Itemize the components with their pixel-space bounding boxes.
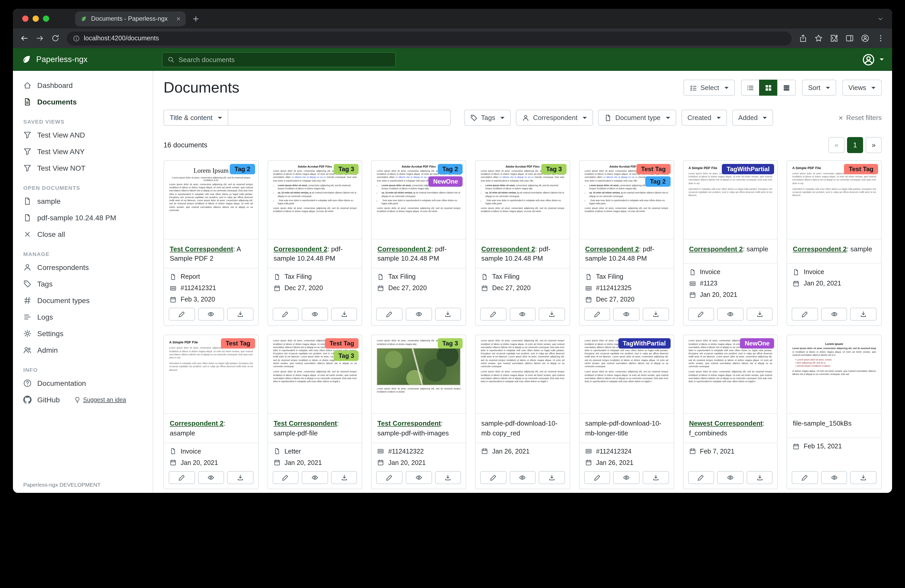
document-card[interactable]: Tag 3Adobe Acrobat PDF FilesLorem ipsum … [475, 160, 570, 326]
browser-tab[interactable]: Documents - Paperless-ngx × [75, 11, 186, 26]
sort-button[interactable]: Sort [802, 80, 836, 96]
sidebar-item-correspondents[interactable]: Correspondents [13, 259, 152, 276]
edit-document-button[interactable] [376, 308, 403, 321]
download-document-button[interactable] [435, 471, 461, 484]
edit-document-button[interactable] [169, 308, 195, 321]
edit-document-button[interactable] [584, 308, 610, 321]
document-card[interactable]: Test TagA Simple PDF FileLorem ipsum dol… [787, 160, 882, 326]
document-thumbnail[interactable]: Lorem ipsum dolor sit amet, consectetur … [476, 335, 570, 414]
edit-document-button[interactable] [376, 471, 403, 484]
tag-badge[interactable]: TagWithPartial [722, 164, 774, 174]
document-thumbnail[interactable]: Tag 3Adobe Acrobat PDF FilesLorem ipsum … [268, 161, 362, 239]
view-document-button[interactable] [717, 308, 743, 321]
tag-badge[interactable]: Tag 2 [645, 176, 670, 187]
global-search[interactable] [162, 52, 396, 67]
sidebar-item-github[interactable]: GitHubSuggest an idea [13, 391, 152, 408]
filter-correspondent-button[interactable]: Correspondent [516, 109, 593, 126]
document-card[interactable]: Test TagA Simple PDF FileLorem ipsum dol… [164, 335, 259, 489]
download-document-button[interactable] [539, 471, 565, 484]
sidebar-item-settings[interactable]: Settings [13, 325, 152, 342]
sidebar-item-tags[interactable]: Tags [13, 276, 152, 292]
document-thumbnail[interactable]: Tag 3Adobe Acrobat PDF FilesLorem ipsum … [476, 161, 570, 239]
edit-document-button[interactable] [792, 471, 818, 484]
correspondent-link[interactable]: Test Correspondent [273, 420, 337, 428]
edit-document-button[interactable] [792, 308, 818, 321]
document-thumbnail[interactable]: Test TagTag 2Adobe Acrobat PDF FilesLore… [580, 161, 673, 239]
close-window-button[interactable] [22, 16, 29, 22]
document-card[interactable]: NewOneLorem ipsum dolor sit amet, consec… [683, 335, 778, 489]
edit-document-button[interactable] [688, 308, 714, 321]
reset-filters-button[interactable]: × Reset filters [838, 114, 882, 122]
edit-document-button[interactable] [688, 471, 714, 484]
download-document-button[interactable] [746, 471, 773, 484]
document-thumbnail[interactable]: Tag 2NewOneAdobe Acrobat PDF FilesLorem … [372, 161, 466, 239]
search-input[interactable] [178, 55, 390, 63]
download-document-button[interactable] [643, 308, 669, 321]
correspondent-link[interactable]: Correspondent 2 [585, 245, 639, 253]
correspondent-link[interactable]: Newest Correspondent [689, 420, 763, 428]
document-thumbnail[interactable]: Tag 2Lorem Ipsum"Lorem ipsum dolor sit a… [164, 161, 258, 239]
filter-field-selector[interactable]: Title & content [164, 109, 228, 126]
document-thumbnail[interactable]: Test TagA Simple PDF FileLorem ipsum dol… [164, 335, 258, 414]
tag-badge[interactable]: Tag 2 [438, 164, 463, 174]
sidebar-item-documentation[interactable]: Documentation [13, 375, 152, 391]
document-card[interactable]: Test TagTag 3Lorem ipsum dolor sit amet,… [267, 335, 362, 489]
edit-document-button[interactable] [272, 471, 298, 484]
correspondent-link[interactable]: Test Correspondent [378, 420, 441, 428]
sidebar-item-logs[interactable]: Logs [13, 309, 152, 325]
app-logo[interactable]: Paperless-ngx [21, 54, 87, 65]
tag-badge[interactable]: Test Tag [844, 164, 878, 174]
forward-button[interactable] [36, 34, 44, 43]
correspondent-link[interactable]: Correspondent 2 [793, 245, 847, 253]
sidebar-item-admin[interactable]: Admin [13, 342, 152, 358]
sidebar-item-sample[interactable]: sample [13, 193, 152, 209]
document-card[interactable]: Tag 3Adobe Acrobat PDF FilesLorem ipsum … [267, 160, 362, 326]
correspondent-link[interactable]: Correspondent 2 [481, 245, 535, 253]
filter-document-type-button[interactable]: Document type [598, 109, 676, 126]
tag-badge[interactable]: Tag 3 [334, 164, 359, 174]
correspondent-link[interactable]: Test Correspondent [170, 245, 233, 253]
document-card[interactable]: TagWithPartialA Simple PDF FileLorem ips… [683, 160, 778, 326]
tag-badge[interactable]: Test Tag [637, 164, 670, 174]
site-info-icon[interactable] [73, 35, 80, 42]
tag-badge[interactable]: Test Tag [325, 339, 359, 349]
download-document-button[interactable] [435, 308, 461, 321]
pagination-page-button[interactable]: 1 [847, 137, 863, 153]
correspondent-link[interactable]: Correspondent 2 [378, 245, 431, 253]
minimize-window-button[interactable] [33, 16, 39, 22]
filter-tags-button[interactable]: Tags [464, 109, 511, 126]
document-thumbnail[interactable]: Tag 3Lorem ipsum dolor sit amet, consect… [372, 335, 466, 414]
download-document-button[interactable] [227, 471, 253, 484]
tag-badge[interactable]: Tag 3 [438, 339, 463, 349]
address-bar[interactable]: localhost:4200/documents [67, 31, 792, 45]
select-button[interactable]: Select [683, 80, 735, 96]
filter-added-button[interactable]: Added [732, 109, 773, 126]
download-document-button[interactable] [331, 308, 357, 321]
edit-document-button[interactable] [584, 471, 610, 484]
edit-document-button[interactable] [480, 471, 506, 484]
tag-badge[interactable]: Tag 3 [334, 351, 359, 361]
document-card[interactable]: Tag 3Lorem ipsum dolor sit amet, consect… [371, 335, 466, 489]
edit-document-button[interactable] [272, 308, 298, 321]
sidebar-link-suggest-an-idea[interactable]: Suggest an idea [74, 396, 126, 403]
sidebar-item-test-view-any[interactable]: Test View ANY [13, 143, 152, 160]
view-document-button[interactable] [302, 308, 328, 321]
pagination-prev-button[interactable]: « [829, 137, 845, 153]
download-document-button[interactable] [850, 308, 876, 321]
view-document-button[interactable] [406, 471, 432, 484]
view-document-button[interactable] [510, 471, 535, 484]
tag-badge[interactable]: Tag 2 [230, 164, 255, 174]
download-document-button[interactable] [227, 308, 253, 321]
correspondent-link[interactable]: Correspondent 2 [689, 245, 743, 253]
user-menu[interactable] [862, 53, 884, 66]
reload-button[interactable] [51, 34, 59, 43]
sidebar-item-document-types[interactable]: Document types [13, 292, 152, 309]
edit-document-button[interactable] [169, 471, 195, 484]
sidebar-item-close-all[interactable]: Close all [13, 226, 152, 242]
tag-badge[interactable]: TagWithPartial [618, 339, 670, 349]
document-thumbnail[interactable]: Test TagTag 3Lorem ipsum dolor sit amet,… [268, 335, 362, 414]
document-card[interactable]: Tag 2Lorem Ipsum"Lorem ipsum dolor sit a… [164, 160, 259, 326]
sidebar-item-test-view-not[interactable]: Test View NOT [13, 160, 152, 176]
correspondent-link[interactable]: Correspondent 2 [170, 420, 224, 428]
document-thumbnail[interactable]: Test TagA Simple PDF FileLorem ipsum dol… [787, 161, 881, 239]
